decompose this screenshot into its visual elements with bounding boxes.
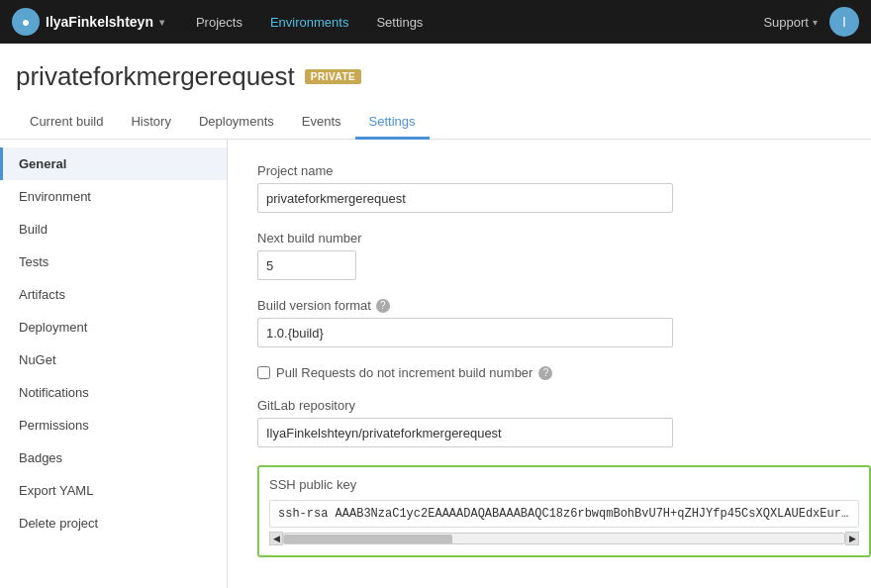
- ssh-scrollbar[interactable]: [283, 533, 845, 544]
- pull-requests-help-icon[interactable]: ?: [538, 366, 552, 380]
- user-dropdown-chevron[interactable]: ▾: [159, 17, 164, 28]
- ssh-key-value: ssh-rsa AAAB3NzaC1yc2EAAAADAQABAAABAQC18…: [269, 500, 859, 528]
- pull-requests-row: Pull Requests do not increment build num…: [257, 365, 871, 380]
- build-version-group: Build version format ?: [257, 298, 871, 347]
- sidebar-item-delete-project[interactable]: Delete project: [0, 507, 227, 539]
- ssh-scroll-left[interactable]: ◀: [269, 532, 283, 545]
- tab-history[interactable]: History: [117, 106, 184, 140]
- project-name-group: Project name: [257, 163, 871, 213]
- pull-requests-checkbox[interactable]: [257, 366, 270, 379]
- sidebar: General Environment Build Tests Artifact…: [0, 140, 228, 588]
- tab-settings[interactable]: Settings: [355, 106, 430, 140]
- nav-right: Support ▾ I: [763, 7, 859, 37]
- page-title: privateforkmergerequest: [16, 61, 295, 92]
- build-version-input[interactable]: [257, 318, 673, 347]
- tab-deployments[interactable]: Deployments: [185, 106, 288, 140]
- nav-settings[interactable]: Settings: [364, 9, 435, 36]
- ssh-key-box: SSH public key ssh-rsa AAAB3NzaC1yc2EAAA…: [257, 465, 871, 557]
- ssh-key-label: SSH public key: [269, 477, 859, 492]
- sidebar-item-permissions[interactable]: Permissions: [0, 409, 227, 441]
- ssh-scrollbar-thumb: [284, 535, 452, 544]
- app-logo[interactable]: ● IlyaFinkelshteyn ▾: [12, 8, 164, 36]
- sidebar-item-artifacts[interactable]: Artifacts: [0, 278, 227, 311]
- support-label: Support: [763, 15, 809, 30]
- sidebar-item-build[interactable]: Build: [0, 213, 227, 245]
- nav-projects[interactable]: Projects: [184, 9, 254, 36]
- gitlab-label: GitLab repository: [257, 398, 871, 413]
- next-build-input[interactable]: [257, 250, 356, 280]
- pull-requests-label: Pull Requests do not increment build num…: [276, 365, 532, 380]
- build-version-help-icon[interactable]: ?: [376, 299, 390, 313]
- support-button[interactable]: Support ▾: [763, 15, 818, 30]
- settings-content: Project name Next build number Build ver…: [228, 140, 871, 588]
- user-name: IlyaFinkelshteyn: [46, 14, 153, 30]
- support-chevron: ▾: [813, 17, 818, 28]
- private-badge: PRIVATE: [305, 69, 361, 84]
- project-name-input[interactable]: [257, 183, 673, 213]
- ssh-scroll-right[interactable]: ▶: [845, 532, 859, 545]
- build-version-label: Build version format ?: [257, 298, 871, 313]
- nav-items: Projects Environments Settings: [184, 9, 764, 36]
- next-build-label: Next build number: [257, 231, 871, 245]
- sidebar-item-tests[interactable]: Tests: [0, 245, 227, 278]
- next-build-group: Next build number: [257, 231, 871, 280]
- page-title-row: privateforkmergerequest PRIVATE: [16, 61, 855, 92]
- tab-current-build[interactable]: Current build: [16, 106, 117, 140]
- nav-environments[interactable]: Environments: [258, 9, 360, 36]
- project-name-label: Project name: [257, 163, 871, 178]
- gitlab-group: GitLab repository: [257, 398, 871, 447]
- logo-icon: ●: [12, 8, 40, 36]
- sidebar-item-deployment[interactable]: Deployment: [0, 311, 227, 343]
- ssh-scrollbar-row: ◀ ▶: [269, 532, 859, 545]
- sidebar-item-export-yaml[interactable]: Export YAML: [0, 474, 227, 507]
- page-tabs: Current build History Deployments Events…: [16, 106, 855, 139]
- tab-events[interactable]: Events: [288, 106, 355, 140]
- sidebar-item-general[interactable]: General: [0, 147, 227, 180]
- sidebar-item-nuget[interactable]: NuGet: [0, 343, 227, 376]
- user-avatar[interactable]: I: [829, 7, 859, 37]
- top-navigation: ● IlyaFinkelshteyn ▾ Projects Environmen…: [0, 0, 871, 44]
- main-layout: General Environment Build Tests Artifact…: [0, 140, 871, 588]
- sidebar-item-environment[interactable]: Environment: [0, 180, 227, 213]
- sidebar-item-notifications[interactable]: Notifications: [0, 376, 227, 409]
- sidebar-item-badges[interactable]: Badges: [0, 441, 227, 474]
- gitlab-input[interactable]: [257, 418, 673, 447]
- page-header: privateforkmergerequest PRIVATE Current …: [0, 44, 871, 140]
